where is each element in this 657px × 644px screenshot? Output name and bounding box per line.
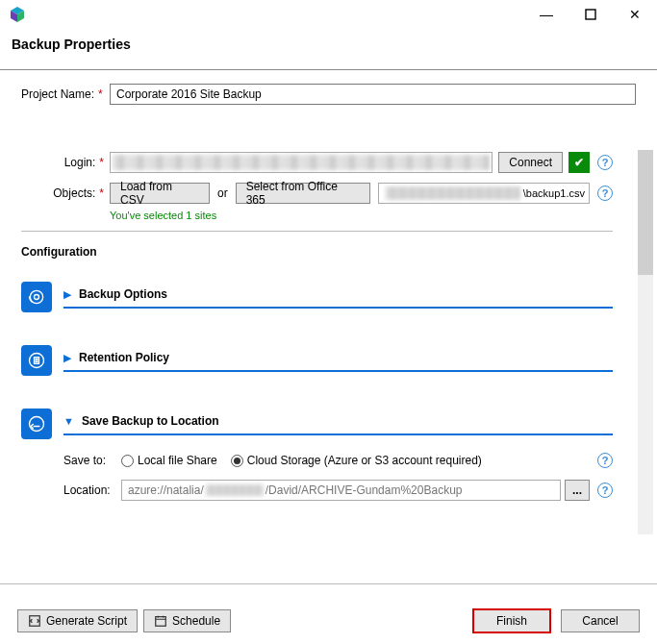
divider bbox=[0, 583, 657, 584]
backup-options-section[interactable]: ▶ Backup Options bbox=[21, 282, 613, 312]
scrollbar-thumb[interactable] bbox=[638, 150, 653, 275]
csv-path-display: \backup1.csv bbox=[378, 183, 590, 204]
document-icon bbox=[21, 345, 52, 376]
svg-rect-7 bbox=[156, 617, 166, 627]
configuration-heading: Configuration bbox=[21, 245, 613, 259]
help-icon[interactable]: ? bbox=[597, 483, 613, 498]
save-backup-section[interactable]: ▼ Save Backup to Location bbox=[21, 409, 613, 439]
project-name-input[interactable] bbox=[110, 84, 636, 105]
location-label: Location: bbox=[63, 483, 121, 497]
objects-label: Objects:* bbox=[21, 186, 110, 200]
svg-point-2 bbox=[35, 295, 39, 300]
local-share-radio[interactable] bbox=[121, 455, 134, 467]
minimize-button[interactable]: — bbox=[524, 0, 569, 29]
browse-location-button[interactable]: ... bbox=[565, 480, 590, 501]
selected-sites-status: You've selected 1 sites bbox=[110, 210, 613, 221]
backup-options-label: Backup Options bbox=[79, 287, 167, 301]
footer-bar: Generate Script Schedule Finish Cancel bbox=[0, 598, 657, 644]
cancel-button[interactable]: Cancel bbox=[561, 609, 640, 632]
save-location-icon bbox=[21, 409, 52, 439]
retention-policy-label: Retention Policy bbox=[79, 351, 169, 364]
help-icon[interactable]: ? bbox=[597, 155, 613, 170]
local-share-radio-label[interactable]: Local file Share bbox=[138, 454, 217, 467]
connect-button[interactable]: Connect bbox=[498, 152, 563, 173]
title-bar: — ✕ bbox=[0, 0, 657, 29]
connected-check-icon: ✔ bbox=[569, 152, 590, 173]
project-name-label: Project Name:* bbox=[21, 87, 110, 101]
or-text: or bbox=[217, 186, 228, 200]
retention-policy-section[interactable]: ▶ Retention Policy bbox=[21, 345, 613, 376]
page-title: Backup Properties bbox=[0, 29, 657, 69]
login-input[interactable] bbox=[110, 152, 493, 173]
help-icon[interactable]: ? bbox=[597, 186, 613, 201]
svg-rect-0 bbox=[586, 10, 595, 19]
chevron-right-icon: ▶ bbox=[63, 352, 71, 364]
cloud-storage-radio[interactable] bbox=[231, 455, 243, 467]
help-icon[interactable]: ? bbox=[597, 453, 613, 468]
save-backup-label: Save Backup to Location bbox=[82, 414, 219, 428]
cloud-storage-radio-label[interactable]: Cloud Storage (Azure or S3 account requi… bbox=[247, 454, 482, 467]
location-input[interactable]: azure://natalia//David/ARCHIVE-Gundam%20… bbox=[121, 480, 561, 501]
vertical-scrollbar[interactable] bbox=[638, 150, 653, 534]
finish-button[interactable]: Finish bbox=[472, 608, 551, 633]
schedule-button[interactable]: Schedule bbox=[143, 609, 231, 632]
divider bbox=[21, 231, 613, 232]
app-logo-icon bbox=[8, 5, 27, 24]
generate-script-button[interactable]: Generate Script bbox=[17, 609, 138, 632]
select-from-office-button[interactable]: Select from Office 365 bbox=[236, 183, 370, 204]
svg-point-5 bbox=[30, 417, 44, 432]
gear-arrow-icon bbox=[21, 282, 52, 312]
chevron-right-icon: ▶ bbox=[63, 288, 71, 301]
save-to-label: Save to: bbox=[63, 454, 121, 467]
login-label: Login:* bbox=[21, 156, 110, 169]
chevron-down-icon: ▼ bbox=[63, 415, 74, 427]
close-button[interactable]: ✕ bbox=[613, 0, 657, 29]
maximize-button[interactable] bbox=[569, 0, 613, 29]
load-from-csv-button[interactable]: Load from CSV bbox=[110, 183, 210, 204]
